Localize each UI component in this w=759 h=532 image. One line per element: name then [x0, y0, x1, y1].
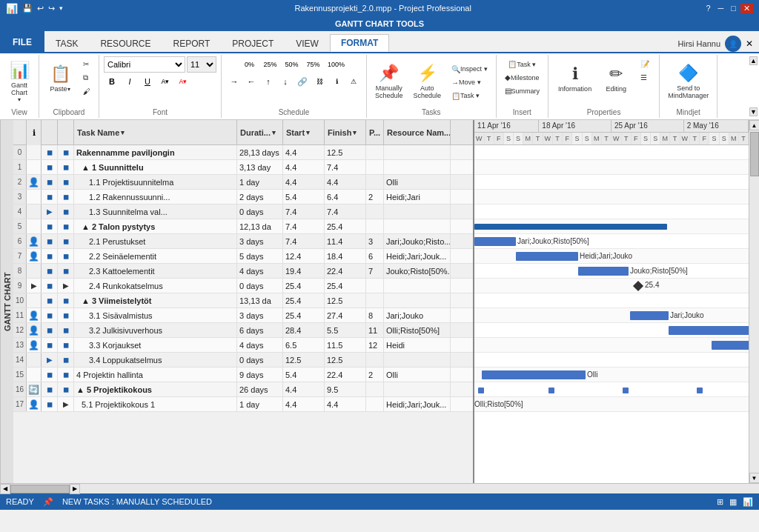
auto-schedule-btn[interactable]: ⚡ AutoSchedule [410, 59, 445, 104]
table-row[interactable]: 6 👤 ◼ ◼ 2.1 Perustukset 3 days 7.4 11.4 … [13, 234, 473, 249]
warn-btn[interactable]: ⚠ [345, 73, 362, 90]
ribbon-scroll-down[interactable]: ▼ [749, 107, 758, 116]
tab-project[interactable]: PROJECT [221, 34, 285, 52]
quick-access-more[interactable]: ▾ [59, 4, 63, 12]
font-size-select[interactable]: 11 [187, 56, 216, 73]
status-icon-3[interactable]: 📊 [743, 497, 753, 507]
tab-file[interactable]: FILE [0, 31, 44, 52]
day-label: W [611, 133, 622, 144]
notes-btn[interactable]: 📝 [637, 58, 653, 70]
table-row[interactable]: 2 👤 ◼ ◼ 1.1 Projektisuunnitelma 1 day 4.… [13, 175, 473, 190]
table-row[interactable]: 4 ▶ ◼ 1.3 Suunnitelma val... 0 days 7.4 … [13, 205, 473, 219]
tab-report[interactable]: REPORT [162, 34, 221, 52]
manually-schedule-icon: 📌 [379, 64, 399, 83]
row-pred-1 [366, 160, 384, 174]
vertical-scrollbar[interactable]: ▲ ▼ [749, 120, 759, 483]
link-btn[interactable]: 🔗 [294, 73, 311, 90]
scroll-thumb-h[interactable] [10, 485, 70, 493]
tab-task[interactable]: TASK [44, 34, 89, 52]
gantt-recurring-dot-16b [548, 388, 554, 393]
table-row[interactable]: 3 ◼ ◼ 1.2 Rakennussuunni... 2 days 5.4 6… [13, 190, 473, 205]
insert-milestone-btn[interactable]: ◆ Milestone [501, 71, 543, 84]
quick-access-save[interactable]: 💾 [22, 4, 33, 13]
row-pred-0 [366, 145, 384, 159]
table-row[interactable]: 16 🔄 ◼ ◼ ▲ 5 Projektikokous 26 days 4.4 … [13, 382, 473, 397]
col-header-start[interactable]: Start ▾ [283, 120, 325, 144]
table-row[interactable]: 9 ▶ ◼ ▶ 2.4 Runkokatselmus 0 days 25.4 2… [13, 279, 473, 293]
move-up-btn[interactable]: ↑ [260, 73, 276, 90]
underline-btn[interactable]: U [139, 73, 156, 90]
table-row[interactable]: 15 ◼ ◼ 4 Projektin hallinta 9 days 5.4 2… [13, 368, 473, 382]
send-to-mindmanager-btn[interactable]: 🔷 Send toMindManager [664, 59, 712, 104]
table-row[interactable]: 12 👤 ◼ ◼ 3.2 Julkisivuverhous 6 days 28.… [13, 323, 473, 338]
quick-access-undo[interactable]: ↩ [37, 4, 44, 13]
inspect-btn[interactable]: 🔍 Inspect ▾ [448, 63, 491, 76]
table-row[interactable]: 14 ▶ ◼ 3.4 Loppukatselmus 0 days 12.5 12… [13, 353, 473, 368]
table-row[interactable]: 1 ◼ ◼ ▲ 1 Suunnittelu 3,13 day 4.4 7.4 [13, 160, 473, 175]
unlink-btn[interactable]: ⛓ [311, 73, 328, 90]
table-row[interactable]: 17 👤 ◼ ▶ 5.1 Projektikokous 1 1 day 4.4 … [13, 397, 473, 412]
table-row[interactable]: 7 👤 ◼ ◼ 2.2 Seinäelementit 5 days 12.4 1… [13, 249, 473, 264]
account-close[interactable]: ✕ [746, 39, 753, 49]
cut-btn[interactable]: ✂ [79, 58, 94, 70]
pct50-btn[interactable]: 50% [282, 56, 302, 73]
col-header-taskname[interactable]: Task Name ▾ [74, 120, 237, 144]
tab-view[interactable]: VIEW [285, 34, 330, 52]
editing-btn[interactable]: ✏ Editing [601, 56, 631, 101]
insert-summary-btn[interactable]: ▤ Summary [501, 84, 544, 97]
minimize-button[interactable]: ─ [715, 4, 727, 13]
tab-format[interactable]: FORMAT [330, 34, 389, 52]
col-header-finish[interactable]: Finish ▾ [325, 120, 366, 144]
table-row[interactable]: 13 👤 ◼ ◼ 3.3 Korjaukset 4 days 6.5 11.5 … [13, 338, 473, 353]
status-icon-1[interactable]: ⊞ [717, 497, 723, 507]
scroll-right-btn[interactable]: ▶ [70, 484, 80, 494]
table-row[interactable]: 0 ◼ ◼ Rakennamme paviljongin 28,13 days … [13, 145, 473, 160]
format-painter-btn[interactable]: 🖌 [79, 85, 94, 98]
table-row[interactable]: 8 ◼ ◼ 2.3 Kattoelementit 4 days 19.4 22.… [13, 264, 473, 279]
scroll-up-btn[interactable]: ▲ [749, 120, 760, 130]
gantt-chart-btn[interactable]: 📊 GanttChart ▾ [4, 59, 34, 104]
new-tasks-status: NEW TASKS : MANUALLY SCHEDULED [62, 497, 212, 506]
pct100-btn[interactable]: 100% [325, 56, 348, 73]
scroll-thumb[interactable] [750, 132, 759, 176]
taskname-sort-arrow: ▾ [121, 129, 125, 136]
ribbon-scroll-up[interactable]: ▲ [749, 56, 758, 65]
col-header-info[interactable]: ℹ [27, 120, 42, 145]
table-row[interactable]: 10 ◼ ◼ ▲ 3 Viimeistelytöt 13,13 da 25.4 … [13, 293, 473, 308]
close-button[interactable]: ✕ [740, 4, 753, 13]
italic-btn[interactable]: I [122, 73, 138, 90]
horizontal-scroll-area: ◀ ▶ [0, 483, 759, 493]
pct25-btn[interactable]: 25% [260, 56, 281, 73]
outdent-btn[interactable]: ← [243, 73, 259, 90]
highlight-btn[interactable]: A▾ [157, 73, 173, 90]
scroll-down-btn[interactable]: ▼ [749, 473, 760, 483]
scroll-left-btn[interactable]: ◀ [0, 484, 10, 494]
col-header-duration[interactable]: Durati... ▾ [237, 120, 283, 144]
maximize-button[interactable]: □ [728, 4, 739, 13]
bold-btn[interactable]: B [104, 73, 120, 90]
details-btn[interactable]: ☰ [637, 71, 653, 84]
table-row[interactable]: 5 ◼ ◼ ▲ 2 Talon pystytys 12,13 da 7.4 25… [13, 219, 473, 234]
move-btn[interactable]: → Move ▾ [448, 76, 491, 89]
pct0-btn[interactable]: 0% [240, 56, 259, 73]
info-btn[interactable]: ℹ [328, 73, 345, 90]
quick-access-redo[interactable]: ↪ [48, 4, 55, 13]
indent-btn[interactable]: → [226, 73, 242, 90]
gantt-row-8: Jouko;Risto[50%] [474, 264, 749, 279]
copy-btn[interactable]: ⧉ [79, 71, 94, 84]
task-ribbon-btn[interactable]: 📋 Task ▾ [448, 90, 491, 102]
font-color-btn[interactable]: A▾ [175, 73, 191, 90]
move-down-btn[interactable]: ↓ [277, 73, 294, 90]
information-btn[interactable]: ℹ Information [554, 56, 595, 101]
help-button[interactable]: ? [703, 4, 713, 13]
col-header-resource[interactable]: Resource Nam... [384, 120, 451, 144]
paste-btn[interactable]: 📋 Paste▾ [44, 56, 76, 101]
insert-task-btn[interactable]: 📋 Task ▾ [504, 58, 540, 70]
tab-resource[interactable]: RESOURCE [89, 34, 162, 52]
manually-schedule-btn[interactable]: 📌 ManuallySchedule [371, 59, 407, 104]
col-header-pred[interactable]: P... [366, 120, 384, 144]
font-name-select[interactable]: Calibri [104, 56, 185, 73]
pct75-btn[interactable]: 75% [303, 56, 324, 73]
status-icon-2[interactable]: ▦ [729, 497, 737, 507]
table-row[interactable]: 11 👤 ◼ ◼ 3.1 Sisävalmistus 3 days 25.4 2… [13, 308, 473, 323]
